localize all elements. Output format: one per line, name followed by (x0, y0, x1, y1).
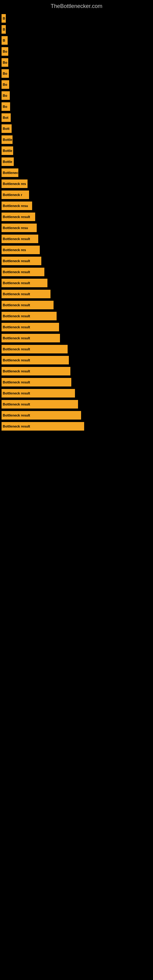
list-item: Bottle (0, 135, 153, 144)
list-item: Bottle (0, 146, 153, 155)
list-item: Bottleneck result (0, 213, 153, 221)
bar-label-7: Bo (3, 83, 7, 86)
bar-19: Bottleneck result (2, 213, 35, 221)
list-item: Bottleneck result (0, 257, 153, 265)
bar-label-20: Bottleneck resu (3, 226, 28, 230)
bar-13: Bottle (2, 146, 13, 155)
bar-label-4: Bo (3, 49, 7, 53)
bar-label-36: Bottleneck result (3, 402, 30, 406)
bar-35: Bottleneck result (2, 389, 75, 398)
list-item: Bo (0, 91, 153, 100)
list-item: Bottleneck result (0, 334, 153, 342)
bar-label-28: Bottleneck result (3, 314, 30, 318)
list-item: Bo (0, 69, 153, 78)
bar-28: Bottleneck result (2, 312, 57, 320)
bar-label-32: Bottleneck result (3, 358, 30, 362)
bar-7: Bo (2, 80, 9, 89)
bar-label-16: Bottleneck res (3, 182, 26, 186)
bar-label-15: Bottleneck (3, 171, 18, 175)
list-item: Bottleneck result (0, 356, 153, 364)
list-item: Bottleneck res (0, 180, 153, 188)
bar-label-2: B (3, 27, 5, 31)
bar-6: Bo (2, 69, 9, 78)
list-item: Bottleneck result (0, 235, 153, 243)
bar-label-27: Bottleneck result (3, 303, 30, 307)
bar-2: B (2, 25, 6, 34)
bar-12: Bottle (2, 135, 13, 144)
site-title: TheBottlenecker.com (0, 0, 153, 11)
list-item: Bott (0, 124, 153, 133)
bar-3: B (2, 36, 8, 45)
list-item: Bottle (0, 158, 153, 166)
bar-label-22: Bottleneck res (3, 248, 26, 252)
site-header: TheBottlenecker.com (0, 0, 153, 11)
bar-36: Bottleneck result (2, 400, 78, 409)
bar-label-37: Bottleneck result (3, 414, 30, 417)
bar-label-30: Bottleneck result (3, 336, 30, 340)
list-item: Bottleneck resu (0, 224, 153, 232)
bar-17: Bottleneck r (2, 191, 29, 199)
bars-container: BBBBoBoBoBoBoBoBotBottBottleBottleBottle… (0, 11, 153, 436)
bar-label-1: B (3, 16, 5, 20)
bar-label-26: Bottleneck result (3, 292, 30, 296)
list-item: Bottleneck result (0, 268, 153, 276)
list-item: Bottleneck result (0, 411, 153, 420)
bar-label-23: Bottleneck result (3, 259, 30, 263)
bar-37: Bottleneck result (2, 411, 81, 420)
list-item: Bottleneck result (0, 345, 153, 353)
bar-31: Bottleneck result (2, 345, 68, 353)
bar-8: Bo (2, 91, 10, 100)
bar-label-25: Bottleneck result (3, 281, 30, 285)
list-item: Bottleneck result (0, 301, 153, 309)
list-item: Bottleneck result (0, 367, 153, 375)
bar-label-33: Bottleneck result (3, 369, 30, 373)
bar-24: Bottleneck result (2, 268, 45, 276)
bar-15: Bottleneck (2, 169, 18, 177)
bar-18: Bottleneck resu (2, 202, 32, 210)
bar-25: Bottleneck result (2, 279, 48, 287)
list-item: Bo (0, 102, 153, 111)
list-item: Bo (0, 47, 153, 56)
bar-20: Bottleneck resu (2, 224, 37, 232)
list-item: Bo (0, 80, 153, 89)
bar-label-10: Bot (3, 116, 8, 119)
list-item: Bottleneck result (0, 290, 153, 298)
bar-1: B (2, 14, 6, 23)
list-item: Bottleneck result (0, 400, 153, 409)
list-item: Bottleneck result (0, 389, 153, 398)
bar-label-3: B (3, 38, 5, 42)
bar-label-8: Bo (3, 94, 7, 97)
bar-4: Bo (2, 47, 8, 56)
bar-33: Bottleneck result (2, 367, 70, 375)
bar-14: Bottle (2, 158, 14, 166)
list-item: Bottleneck (0, 169, 153, 177)
bar-label-29: Bottleneck result (3, 325, 30, 329)
bar-label-12: Bottle (3, 138, 12, 142)
bar-label-19: Bottleneck result (3, 215, 30, 219)
bar-label-35: Bottleneck result (3, 391, 30, 395)
bar-label-24: Bottleneck result (3, 270, 30, 274)
list-item: Bottleneck res (0, 246, 153, 254)
bar-label-21: Bottleneck result (3, 237, 30, 241)
list-item: Bottleneck result (0, 279, 153, 287)
bar-16: Bottleneck res (2, 180, 27, 188)
bar-5: Bo (2, 58, 8, 67)
list-item: B (0, 14, 153, 23)
bar-9: Bo (2, 102, 10, 111)
bar-27: Bottleneck result (2, 301, 54, 309)
list-item: Bottleneck result (0, 312, 153, 320)
list-item: Bot (0, 113, 153, 122)
bar-label-31: Bottleneck result (3, 347, 30, 351)
list-item: Bottleneck resu (0, 202, 153, 210)
bar-23: Bottleneck result (2, 257, 41, 265)
bar-21: Bottleneck result (2, 235, 38, 243)
list-item: Bottleneck r (0, 191, 153, 199)
list-item: Bottleneck result (0, 422, 153, 431)
bar-30: Bottleneck result (2, 334, 60, 342)
list-item: Bottleneck result (0, 323, 153, 331)
bar-label-5: Bo (3, 60, 7, 64)
bar-11: Bott (2, 124, 12, 133)
bar-label-13: Bottle (3, 149, 12, 153)
bar-label-14: Bottle (3, 160, 12, 164)
list-item: B (0, 25, 153, 34)
